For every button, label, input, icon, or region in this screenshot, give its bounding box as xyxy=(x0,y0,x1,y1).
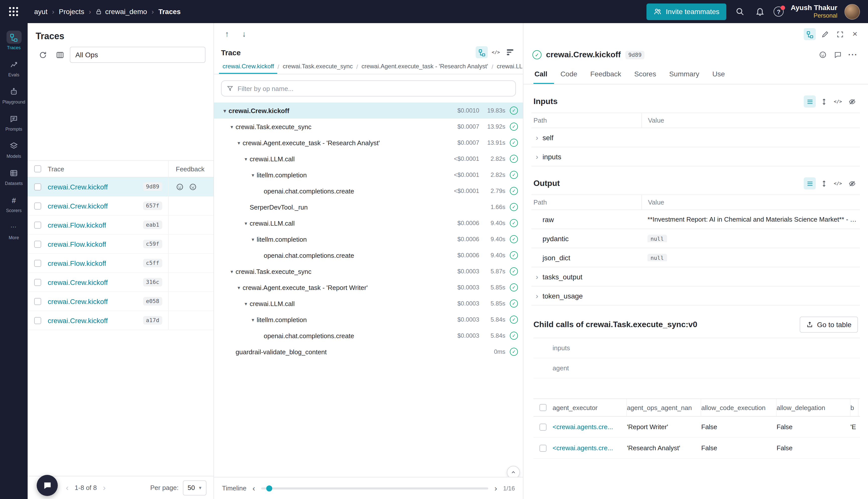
column-header[interactable]: agent_executor xyxy=(553,399,627,416)
ops-filter-select[interactable]: All Ops xyxy=(70,47,206,63)
row-checkbox[interactable] xyxy=(34,317,41,324)
column-header[interactable]: agent_ops_agent_nan xyxy=(627,399,701,416)
expand-rows-icon[interactable] xyxy=(818,96,830,108)
tab-scores[interactable]: Scores xyxy=(628,64,662,84)
chevron-down-icon[interactable] xyxy=(242,220,250,226)
trace-name-link[interactable]: crewai.Crew.kickoff xyxy=(48,202,108,210)
select-all-checkbox[interactable] xyxy=(540,404,546,411)
tree-row[interactable]: crewai.Agent.execute_task - 'Research An… xyxy=(214,135,523,151)
next-page-icon[interactable] xyxy=(103,483,106,493)
chevron-down-icon[interactable] xyxy=(242,301,250,306)
fullscreen-icon[interactable] xyxy=(834,28,846,40)
output-row-pydantic[interactable]: pydantic null xyxy=(531,229,860,248)
row-checkbox[interactable] xyxy=(540,445,546,451)
chevron-right-icon[interactable] xyxy=(533,291,541,300)
table-view-icon[interactable] xyxy=(804,96,816,108)
input-row-self[interactable]: self xyxy=(531,128,860,147)
tab-summary[interactable]: Summary xyxy=(662,64,706,84)
notifications-bell-icon[interactable] xyxy=(754,5,767,18)
tree-row[interactable]: litellm.completion $0.0003 5.84s xyxy=(214,312,523,328)
tree-row[interactable]: crewai.LLM.call $0.0006 9.40s xyxy=(214,215,523,231)
tree-view-icon[interactable] xyxy=(476,46,488,58)
sidebar-item-traces[interactable]: Traces xyxy=(1,28,26,53)
row-checkbox[interactable] xyxy=(34,298,41,305)
tree-row[interactable]: openai.chat.completions.create $0.0003 5… xyxy=(214,328,523,344)
hide-values-icon[interactable] xyxy=(846,178,858,190)
sidebar-item-prompts[interactable]: Prompts xyxy=(1,110,26,135)
output-row-raw[interactable]: raw **Investment Report: AI in Chemical … xyxy=(531,210,860,229)
frowny-feedback-icon[interactable] xyxy=(189,183,197,191)
trace-row[interactable]: crewai.Flow.kickoffeab1 xyxy=(28,216,213,235)
child-call-row[interactable]: <crewai.agents.cre... 'Report Writer' Fa… xyxy=(533,417,860,438)
chevron-down-icon[interactable] xyxy=(235,285,243,290)
select-all-checkbox[interactable] xyxy=(34,165,41,172)
tree-row[interactable]: crewai.Task.execute_sync $0.0007 13.92s xyxy=(214,119,523,135)
chevron-right-icon[interactable] xyxy=(533,133,541,142)
manage-columns-icon[interactable] xyxy=(53,48,67,62)
chevron-down-icon[interactable] xyxy=(228,124,236,130)
breadcrumb-project[interactable]: crewai_demo xyxy=(96,8,147,15)
output-row-token-usage[interactable]: token_usage xyxy=(531,287,860,305)
refresh-icon[interactable] xyxy=(36,48,50,62)
trace-name-link[interactable]: crewai.Flow.kickoff xyxy=(48,221,106,229)
output-row-json-dict[interactable]: json_dict null xyxy=(531,248,860,267)
trace-name-link[interactable]: crewai.Crew.kickoff xyxy=(48,297,108,305)
chevron-down-icon[interactable] xyxy=(242,156,250,161)
path-tab[interactable]: crewai.Task.execute_sync xyxy=(279,59,356,74)
hide-values-icon[interactable] xyxy=(846,96,858,108)
breadcrumb-projects[interactable]: Projects xyxy=(59,8,84,15)
split-view-icon[interactable] xyxy=(804,28,816,40)
sidebar-item-datasets[interactable]: Datasets xyxy=(1,164,26,189)
row-checkbox[interactable] xyxy=(34,202,41,209)
sidebar-item-models[interactable]: Models xyxy=(1,137,26,162)
trace-name-link[interactable]: crewai.Crew.kickoff xyxy=(48,316,108,324)
row-checkbox[interactable] xyxy=(34,183,41,190)
avatar[interactable] xyxy=(844,4,860,19)
trace-name-link[interactable]: crewai.Crew.kickoff xyxy=(48,183,108,191)
tree-row[interactable]: guardrail-validate_blog_content 0ms xyxy=(214,344,523,360)
chat-support-button[interactable] xyxy=(37,475,58,496)
trace-column-header[interactable]: Trace xyxy=(48,165,168,173)
op-filter-box[interactable] xyxy=(221,81,516,97)
tree-row[interactable]: crewai.Crew.kickoff $0.0010 19.83s xyxy=(214,102,523,119)
tab-code[interactable]: Code xyxy=(554,64,584,84)
breadcrumb-entity[interactable]: ayut xyxy=(34,8,48,15)
sidebar-item-evals[interactable]: Evals xyxy=(1,55,26,81)
breadcrumb-page[interactable]: Traces xyxy=(159,8,181,15)
wandb-logo-icon[interactable] xyxy=(7,5,20,17)
chevron-down-icon[interactable] xyxy=(228,269,236,274)
timeline-slider[interactable] xyxy=(261,487,488,489)
code-view-icon[interactable] xyxy=(490,46,502,58)
overflow-menu-icon[interactable] xyxy=(847,49,859,61)
user-menu[interactable]: Ayush Thakur Personal xyxy=(791,3,838,20)
row-checkbox[interactable] xyxy=(540,423,546,430)
prev-page-icon[interactable] xyxy=(66,483,69,493)
tree-row[interactable]: crewai.LLM.call <$0.0001 2.82s xyxy=(214,151,523,167)
op-filter-input[interactable] xyxy=(238,85,510,92)
comment-icon[interactable] xyxy=(832,49,844,61)
invite-teammates-button[interactable]: Invite teammates xyxy=(646,3,726,20)
table-view-icon[interactable] xyxy=(804,178,816,190)
go-to-table-button[interactable]: Go to table xyxy=(799,317,858,333)
search-icon[interactable] xyxy=(733,5,746,18)
chevron-down-icon[interactable] xyxy=(235,140,243,145)
row-checkbox[interactable] xyxy=(34,259,41,267)
tree-row[interactable]: litellm.completion $0.0006 9.40s xyxy=(214,231,523,247)
trace-row[interactable]: crewai.Crew.kickoff 9d89 xyxy=(28,178,213,196)
output-row-tasks-output[interactable]: tasks_output xyxy=(531,267,860,287)
row-checkbox[interactable] xyxy=(34,279,41,286)
trace-row[interactable]: crewai.Crew.kickoff316c xyxy=(28,273,213,292)
timeline-prev-icon[interactable] xyxy=(252,484,255,493)
flamegraph-view-icon[interactable] xyxy=(504,46,516,58)
timeline-next-icon[interactable] xyxy=(495,484,497,493)
tree-row[interactable]: crewai.LLM.call $0.0003 5.85s xyxy=(214,295,523,312)
trace-row[interactable]: crewai.Flow.kickoffc5ff xyxy=(28,254,213,273)
agent-executor-link[interactable]: <crewai.agents.cre... xyxy=(553,444,627,452)
previous-call-icon[interactable] xyxy=(220,27,234,41)
row-checkbox[interactable] xyxy=(34,221,41,228)
sidebar-item-more[interactable]: More xyxy=(1,218,26,243)
tab-feedback[interactable]: Feedback xyxy=(584,64,628,84)
tree-row[interactable]: openai.chat.completions.create $0.0006 9… xyxy=(214,247,523,263)
smiley-feedback-icon[interactable] xyxy=(176,183,184,191)
trace-row[interactable]: crewai.Crew.kickoffe058 xyxy=(28,292,213,311)
